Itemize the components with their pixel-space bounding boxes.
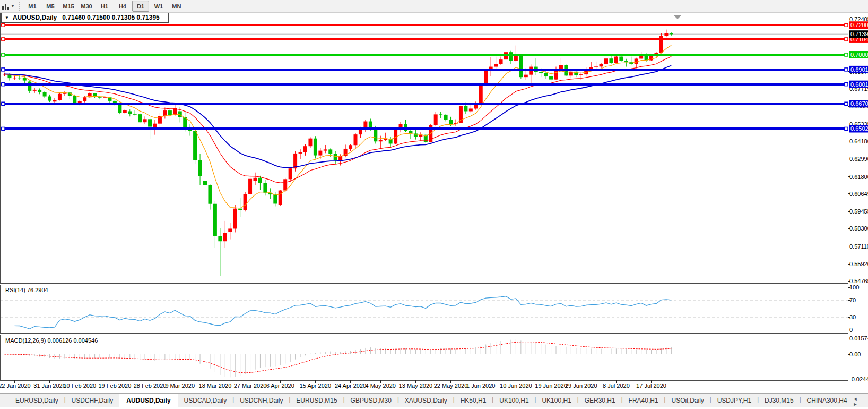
candle-bull <box>228 228 232 232</box>
tab-scroll-left-icon[interactable]: ◄ <box>853 396 861 402</box>
x-axis-label: 10 Feb 2020 <box>63 382 96 389</box>
candle-bull <box>299 152 302 154</box>
candle-bear <box>263 183 267 193</box>
candle-bull <box>494 64 498 67</box>
x-axis-label: 1 Jun 2020 <box>466 382 495 389</box>
candle-bull <box>103 97 107 98</box>
candle-bear <box>334 154 337 160</box>
candle-bear <box>509 52 513 61</box>
candle-bull <box>244 194 247 210</box>
chart-tab-UK100-H1[interactable]: UK100,H1 <box>536 395 577 406</box>
candle-bull <box>529 67 533 75</box>
line-handle[interactable] <box>845 83 848 86</box>
candle-bull <box>143 119 147 122</box>
chart-tab-EURUSD-M15[interactable]: EURUSD,M15 <box>290 395 343 406</box>
candle-bear <box>28 82 31 91</box>
candle-bull <box>504 52 508 59</box>
timeframe-button-H1[interactable]: H1 <box>96 1 113 12</box>
bar-chart-icon <box>2 3 9 10</box>
line-handle[interactable] <box>845 127 848 130</box>
candle-bull <box>514 55 518 61</box>
chart-tab-USDCHF-Daily[interactable]: USDCHF,Daily <box>66 395 119 406</box>
candle-bull <box>474 104 478 108</box>
chart-tab-FRA40-H1[interactable]: FRA40,H1 <box>623 395 664 406</box>
line-handle[interactable] <box>2 53 5 56</box>
timeframe-button-MN[interactable]: MN <box>168 1 185 12</box>
x-axis-label: 18 Mar 2020 <box>199 382 232 389</box>
line-handle[interactable] <box>845 53 848 56</box>
chart-tab-CHINA300-H4[interactable]: CHINA300,H4 <box>801 395 853 406</box>
line-handle[interactable] <box>2 102 5 105</box>
candlestick-chart[interactable]: 0.724050.688700.677150.665250.653350.641… <box>0 0 868 409</box>
tab-scroll-right-icon[interactable]: ► <box>853 402 861 407</box>
timeframe-button-W1[interactable]: W1 <box>150 1 167 12</box>
line-handle[interactable] <box>2 23 5 27</box>
price-label-0.69010: 0.69010 <box>850 66 868 73</box>
macd-axis-label: -0.02441 <box>849 376 868 382</box>
candle-bear <box>138 114 142 122</box>
candle-bear <box>439 114 442 115</box>
macd-label: MACD(12,26,9) 0.006126 0.004546 <box>5 337 98 344</box>
line-handle[interactable] <box>845 38 848 41</box>
candle-bull <box>223 233 227 241</box>
candle-bear <box>48 97 51 101</box>
candle-bull <box>33 90 37 91</box>
candle-bull <box>379 140 383 141</box>
x-axis-label: 9 Mar 2020 <box>165 382 195 389</box>
timeframe-button-M15[interactable]: M15 <box>60 1 77 12</box>
timeframe-button-M1[interactable]: M1 <box>24 1 41 12</box>
chart-tab-XAUUSD-Daily[interactable]: XAUUSD,Daily <box>399 395 453 406</box>
toolbar-grip-handle[interactable] <box>19 2 20 11</box>
chart-tab-HK50-H1[interactable]: HK50,H1 <box>455 395 492 406</box>
timeframe-button-H4[interactable]: H4 <box>114 1 131 12</box>
candle-bear <box>409 131 412 134</box>
chart-tab-GBPUSD-M30[interactable]: GBPUSD,M30 <box>345 395 397 406</box>
price-label-0.72001: 0.72001 <box>850 22 868 28</box>
candle-bear <box>213 204 217 236</box>
candle-bear <box>18 78 21 78</box>
timeframe-button-D1[interactable]: D1 <box>132 1 149 12</box>
chart-tab-USDCAD-Daily[interactable]: USDCAD,Daily <box>178 395 233 406</box>
macd-panel-frame <box>1 335 848 381</box>
chart-tab-USOil-Daily[interactable]: USOil,Daily <box>665 395 709 406</box>
candle-bull <box>248 179 252 194</box>
x-axis-label: 6 Apr 2020 <box>266 382 294 389</box>
candle-bear <box>258 178 262 183</box>
y-axis-tick-label: 0.58300 <box>849 225 868 232</box>
y-axis-tick-label: 0.72405 <box>849 16 868 22</box>
candle-bull <box>233 209 237 229</box>
line-handle[interactable] <box>2 83 5 86</box>
chevron-down-icon[interactable]: ▼ <box>11 4 15 8</box>
candle-bull <box>58 94 62 100</box>
chart-tab-GER30-H1[interactable]: GER30,H1 <box>579 395 621 406</box>
line-handle[interactable] <box>845 68 848 71</box>
candle-bear <box>328 149 332 154</box>
chart-tab-UK100-H1[interactable]: UK100,H1 <box>493 395 534 406</box>
timeframe-button-M30[interactable]: M30 <box>78 1 95 12</box>
chart-tab-EURUSD-Daily[interactable]: EURUSD,Daily <box>10 395 64 406</box>
candle-bear <box>238 209 242 210</box>
line-handle[interactable] <box>845 23 848 27</box>
chart-tab-USDJPY-H1[interactable]: USDJPY,H1 <box>711 395 757 406</box>
rsi-axis-label: 30 <box>849 314 856 320</box>
macd-axis-label: 0.01574 <box>849 335 868 342</box>
candle-bull <box>594 66 598 67</box>
chart-tab-DJ30-M15[interactable]: DJ30,M15 <box>759 395 800 406</box>
candle-bull <box>123 110 127 113</box>
chart-tab-AUDUSD-Daily[interactable]: AUDUSD,Daily <box>119 394 178 407</box>
chart-type-button[interactable]: ▼ <box>0 0 17 12</box>
x-axis-label: 13 May 2020 <box>399 382 433 389</box>
tab-scroll-arrows: ◄ ► <box>853 396 864 407</box>
timeframe-button-M5[interactable]: M5 <box>42 1 59 12</box>
timeframe-buttons: M1M5M15M30H1H4D1W1MN <box>23 1 186 12</box>
line-handle[interactable] <box>2 38 5 41</box>
candle-bull <box>664 33 668 36</box>
line-handle[interactable] <box>2 127 5 130</box>
line-handle[interactable] <box>2 68 5 71</box>
symbol-dropdown-icon[interactable]: ▼ <box>5 15 9 20</box>
x-axis-label: 27 Mar 2020 <box>234 382 267 389</box>
line-handle[interactable] <box>845 102 848 105</box>
chart-tab-USDCNH-Daily[interactable]: USDCNH,Daily <box>234 395 289 406</box>
candle-bull <box>469 108 473 111</box>
x-axis-label: 22 Jan 2020 <box>0 382 31 389</box>
